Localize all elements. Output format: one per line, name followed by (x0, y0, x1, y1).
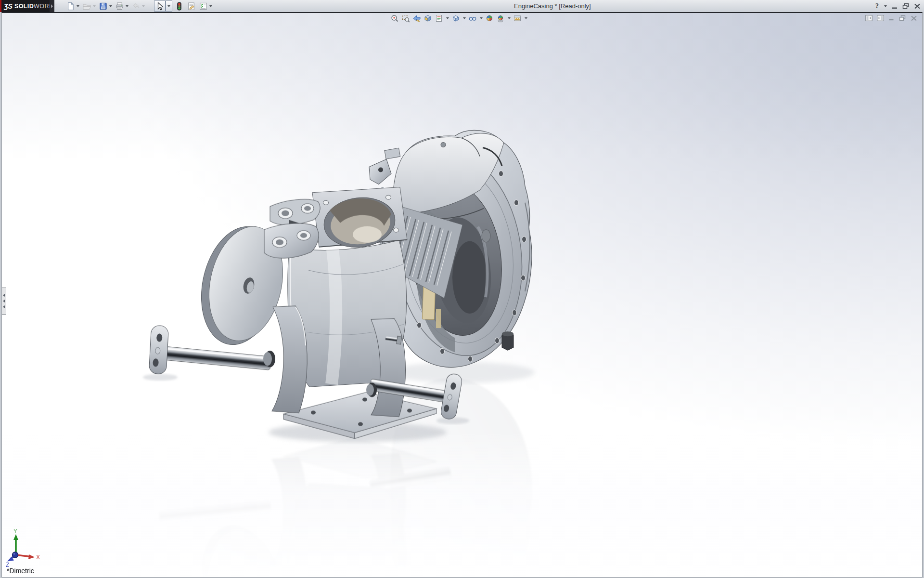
options-dropdown[interactable] (208, 1, 213, 11)
rebuild-traffic-light-icon (175, 1, 184, 11)
file-properties-button[interactable] (186, 1, 196, 11)
edit-appearance-button[interactable] (485, 13, 494, 23)
save-button[interactable] (98, 1, 108, 11)
previous-view-button[interactable] (412, 13, 422, 23)
rod-shadow (143, 374, 178, 381)
hide-show-items-button[interactable] (468, 13, 477, 23)
options-button[interactable] (198, 1, 208, 11)
window-title: EngineCasing * [Read-only] (514, 2, 591, 10)
hide-show-items-dropdown[interactable] (479, 13, 483, 23)
brand-name-bold: SOLID (14, 3, 34, 10)
restore-button[interactable] (902, 1, 910, 11)
minimize-document-button[interactable] (888, 15, 895, 21)
help-button[interactable]: ? (875, 1, 879, 11)
restore-icon (902, 3, 910, 9)
annotation-views-dropdown[interactable] (445, 13, 449, 23)
hide-show-items-icon (468, 14, 477, 23)
annotation-views-button[interactable] (434, 13, 444, 23)
left-chrome-rod[interactable] (159, 346, 271, 370)
gasket-strip-small (436, 309, 441, 328)
close-document-icon (911, 15, 917, 21)
right-rod-collar-face (366, 384, 374, 395)
annotation-views-icon (435, 14, 443, 23)
show-display-pane-icon (877, 15, 884, 21)
left-arrow-icon (3, 300, 5, 302)
save-dropdown[interactable] (108, 1, 113, 11)
section-view-icon (424, 14, 432, 23)
top-block (385, 148, 400, 159)
view-orientation-button[interactable] (451, 13, 461, 23)
apply-scene-button[interactable] (496, 13, 505, 23)
left-arrow-icon (3, 294, 5, 297)
block-highlight (332, 249, 336, 384)
close-document-button[interactable] (911, 15, 917, 21)
rebuild-button[interactable] (174, 1, 184, 11)
zoom-to-area-icon (401, 14, 410, 23)
options-icon (199, 1, 208, 11)
reflection-fade (2, 434, 922, 577)
help-icon: ? (875, 2, 879, 10)
show-feature-pane-icon (865, 15, 873, 21)
edit-appearance-icon (485, 14, 494, 23)
close-icon (914, 3, 921, 9)
new-document-icon (66, 1, 75, 11)
bore-highlight (353, 226, 382, 243)
view-orientation-dropdown[interactable] (462, 13, 466, 23)
print-icon (115, 1, 124, 11)
triad-y-label: Y (13, 528, 17, 535)
open-button[interactable] (82, 1, 92, 11)
view-settings-dropdown[interactable] (524, 13, 528, 23)
zoom-to-fit-button[interactable] (390, 13, 399, 23)
feature-manager-collapsed-tab[interactable] (1, 288, 6, 315)
print-dropdown[interactable] (125, 1, 129, 11)
left-rod-flange[interactable] (149, 325, 168, 374)
select-dropdown[interactable] (166, 0, 172, 12)
show-display-pane-button[interactable] (877, 15, 884, 21)
save-icon (99, 1, 108, 11)
new-button[interactable] (65, 1, 76, 11)
restore-document-button[interactable] (899, 15, 906, 21)
main-toolbar (65, 0, 215, 12)
left-rod-collar-face (263, 352, 272, 366)
view-settings-icon (513, 14, 522, 23)
zoom-to-area-button[interactable] (401, 13, 411, 23)
minimize-button[interactable] (892, 1, 898, 11)
minimize-document-icon (888, 15, 895, 21)
3ds-logo-icon: ƷS (4, 2, 13, 10)
engine-casing-model[interactable] (2, 13, 922, 577)
intake-gaskets[interactable] (264, 199, 320, 258)
view-orientation-label: *Dimetric (7, 567, 34, 575)
rod-shadow-right (436, 417, 469, 424)
zoom-to-fit-icon (390, 14, 399, 23)
document-window-controls (865, 15, 917, 21)
new-dropdown[interactable] (76, 1, 80, 11)
cavity-core (452, 241, 487, 314)
open-icon (82, 1, 91, 11)
section-view-button[interactable] (423, 13, 433, 23)
minimize-icon (892, 3, 898, 9)
apply-scene-dropdown[interactable] (507, 13, 511, 23)
window-controls: ? (875, 0, 921, 12)
view-settings-button[interactable] (513, 13, 522, 23)
show-feature-pane-button[interactable] (865, 15, 873, 21)
heads-up-view-toolbar (390, 13, 528, 23)
close-button[interactable] (914, 1, 921, 11)
graphics-viewport[interactable]: Y X Z *Dimetric (1, 12, 923, 578)
file-properties-icon (187, 1, 196, 11)
open-dropdown[interactable] (92, 1, 96, 11)
menu-expand-arrow[interactable] (50, 0, 54, 12)
titlebar: ƷS SOLIDWORKS (0, 0, 924, 12)
hex-top (502, 331, 513, 336)
right-arrow-icon (51, 4, 53, 8)
internal-boss (482, 230, 490, 242)
print-button[interactable] (115, 1, 125, 11)
solidworks-window: ƷS SOLIDWORKS (0, 0, 924, 578)
select-tool-button[interactable] (154, 0, 166, 12)
apply-scene-icon (496, 14, 505, 23)
previous-view-icon (412, 14, 421, 23)
help-dropdown[interactable] (883, 1, 887, 11)
solidworks-logo: ƷS SOLIDWORKS (0, 0, 54, 12)
undo-dropdown[interactable] (141, 1, 145, 11)
view-orientation-icon (451, 14, 460, 23)
undo-button[interactable] (131, 1, 141, 11)
